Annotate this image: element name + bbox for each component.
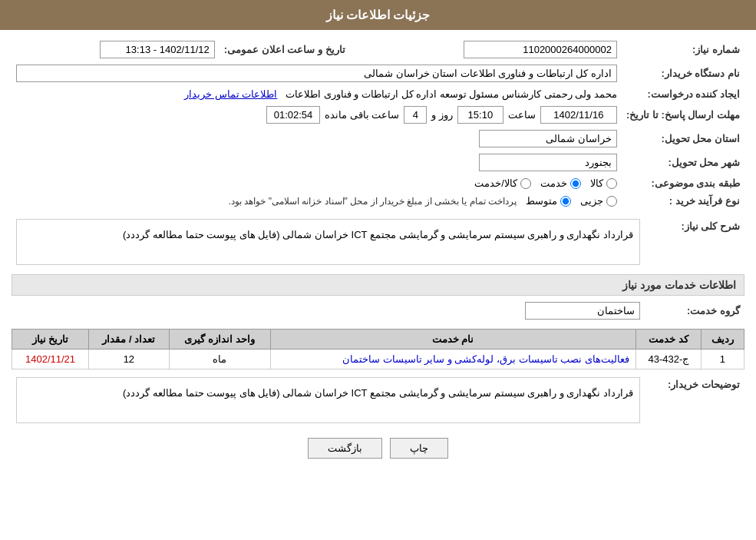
deadline-row: 1402/11/16 ساعت 15:10 روز و 4 ساعت باقی … <box>12 103 622 127</box>
main-info-table: شماره نیاز: 1102000264000002 تاریخ و ساع… <box>12 38 744 210</box>
cell-unit: ماه <box>169 350 270 369</box>
process-jazii: جزیی <box>580 195 617 207</box>
category-kala-khedmat: کالا/خدمت <box>474 177 531 189</box>
cell-name: فعالیت‌های نصب تاسیسات برق، لوله‌کشی و س… <box>270 350 636 369</box>
buyer-notes-label: توضیحات خریدار: <box>645 374 744 426</box>
announce-box: 1402/11/12 - 13:13 <box>100 41 215 58</box>
group-service-box: ساختمان <box>525 302 640 320</box>
deadline-date-box: 1402/11/16 <box>540 106 617 124</box>
category-options: کالا خدمت کالا/خدمت <box>12 174 622 192</box>
cell-date: 1402/11/21 <box>12 350 89 369</box>
services-table: ردیف کد خدمت نام خدمت واحد اندازه گیری ت… <box>12 329 744 369</box>
deadline-days-box: 4 <box>404 106 427 124</box>
col-header-code: کد خدمت <box>636 330 701 350</box>
col-header-date: تاریخ نیاز <box>12 330 89 350</box>
group-service-label: گروه خدمت: <box>645 299 744 323</box>
service-name-link[interactable]: فعالیت‌های نصب تاسیسات برق، لوله‌کشی و س… <box>342 353 629 365</box>
cell-row: 1 <box>701 350 744 369</box>
buyer-label: نام دستگاه خریدار: <box>622 61 744 85</box>
announce-value: 1402/11/12 - 13:13 <box>12 38 220 61</box>
need-number-label: شماره نیاز: <box>622 38 744 61</box>
table-row: 1 ج-432-43 فعالیت‌های نصب تاسیسات برق، ل… <box>12 350 744 369</box>
services-section-title: اطلاعات خدمات مورد نیاز <box>12 274 744 296</box>
category-kala: کالا <box>590 177 617 189</box>
radio-jazii[interactable] <box>606 196 617 207</box>
radio-kala-khedmat[interactable] <box>520 178 531 189</box>
announce-label: تاریخ و ساعت اعلان عمومی: <box>220 38 350 61</box>
deadline-label: مهلت ارسال پاسخ: تا تاریخ: <box>622 103 744 127</box>
need-description-label: شرح کلی نیاز: <box>645 216 744 268</box>
need-description-value: قرارداد نگهداری و راهبری سیستم سرمایشی و… <box>12 216 645 268</box>
radio-jazii-label: جزیی <box>580 195 603 207</box>
category-khedmat: خدمت <box>540 177 581 189</box>
buyer-box: اداره کل ارتباطات و فناوری اطلاعات استان… <box>16 65 617 82</box>
requester-value: محمد ولی رحمتی کارشناس مسئول توسعه اداره… <box>12 85 622 103</box>
requester-label: ایجاد کننده درخواست: <box>622 85 744 103</box>
deadline-days-label: روز و <box>431 109 453 121</box>
deadline-time-label: ساعت <box>508 109 536 121</box>
buyer-notes-box: قرارداد نگهداری و راهبری سیستم سرمایشی و… <box>16 377 640 423</box>
buyer-value: اداره کل ارتباطات و فناوری اطلاعات استان… <box>12 61 622 85</box>
process-label: نوع فرآیند خرید : <box>622 192 744 210</box>
category-label: طبقه بندی موضوعی: <box>622 174 744 192</box>
need-number-value: 1102000264000002 <box>350 38 622 61</box>
col-header-name: نام خدمت <box>270 330 636 350</box>
requester-contact-link[interactable]: اطلاعات تماس خریدار <box>184 88 277 100</box>
process-options: جزیی متوسط پرداخت تمام یا بخشی از مبلغ خ… <box>12 192 622 210</box>
cell-qty: 12 <box>89 350 170 369</box>
province-label: استان محل تحویل: <box>622 127 744 151</box>
radio-khedmat[interactable] <box>570 178 581 189</box>
cell-code: ج-432-43 <box>636 350 701 369</box>
radio-kala-khedmat-label: کالا/خدمت <box>474 177 517 189</box>
content-area: شماره نیاز: 1102000264000002 تاریخ و ساع… <box>0 30 756 478</box>
radio-motavasset-label: متوسط <box>526 195 557 207</box>
radio-kala[interactable] <box>606 178 617 189</box>
province-box: خراسان شمالی <box>479 130 617 147</box>
process-note: پرداخت تمام یا بخشی از مبلغ خریدار از مح… <box>229 196 517 207</box>
buyer-notes-table: توضیحات خریدار: قرارداد نگهداری و راهبری… <box>12 374 744 426</box>
city-label: شهر محل تحویل: <box>622 151 744 174</box>
group-service-table: گروه خدمت: ساختمان <box>12 299 744 323</box>
deadline-remaining-box: 01:02:54 <box>266 106 320 124</box>
deadline-date-time: 1402/11/16 ساعت 15:10 روز و 4 ساعت باقی … <box>16 106 617 124</box>
province-value: خراسان شمالی <box>12 127 622 151</box>
page-header: جزئیات اطلاعات نیاز <box>0 0 756 30</box>
group-service-value: ساختمان <box>12 299 645 323</box>
radio-motavasset[interactable] <box>560 196 571 207</box>
buttons-row: چاپ بازگشت <box>12 438 744 459</box>
deadline-time-box: 15:10 <box>457 106 503 124</box>
category-radio-row: کالا خدمت کالا/خدمت <box>16 177 617 189</box>
radio-kala-label: کالا <box>590 177 603 189</box>
need-description-box: قرارداد نگهداری و راهبری سیستم سرمایشی و… <box>16 219 640 265</box>
page-wrapper: جزئیات اطلاعات نیاز شماره نیاز: 11020002… <box>0 0 756 540</box>
requester-text: محمد ولی رحمتی کارشناس مسئول توسعه اداره… <box>286 88 617 100</box>
page-title: جزئیات اطلاعات نیاز <box>326 8 431 22</box>
process-motavasset: متوسط <box>526 195 571 207</box>
print-button[interactable]: چاپ <box>390 438 448 459</box>
col-header-unit: واحد اندازه گیری <box>169 330 270 350</box>
deadline-remaining-label: ساعت باقی مانده <box>325 109 399 121</box>
city-box: بجنورد <box>479 154 617 171</box>
buyer-notes-value: قرارداد نگهداری و راهبری سیستم سرمایشی و… <box>12 374 645 426</box>
process-radio-row: جزیی متوسط پرداخت تمام یا بخشی از مبلغ خ… <box>16 195 617 207</box>
col-header-row: ردیف <box>701 330 744 350</box>
description-table: شرح کلی نیاز: قرارداد نگهداری و راهبری س… <box>12 216 744 268</box>
city-value: بجنورد <box>12 151 622 174</box>
col-header-qty: تعداد / مقدار <box>89 330 170 350</box>
radio-khedmat-label: خدمت <box>540 177 567 189</box>
need-number-box: 1102000264000002 <box>464 41 617 58</box>
back-button[interactable]: بازگشت <box>308 438 382 459</box>
